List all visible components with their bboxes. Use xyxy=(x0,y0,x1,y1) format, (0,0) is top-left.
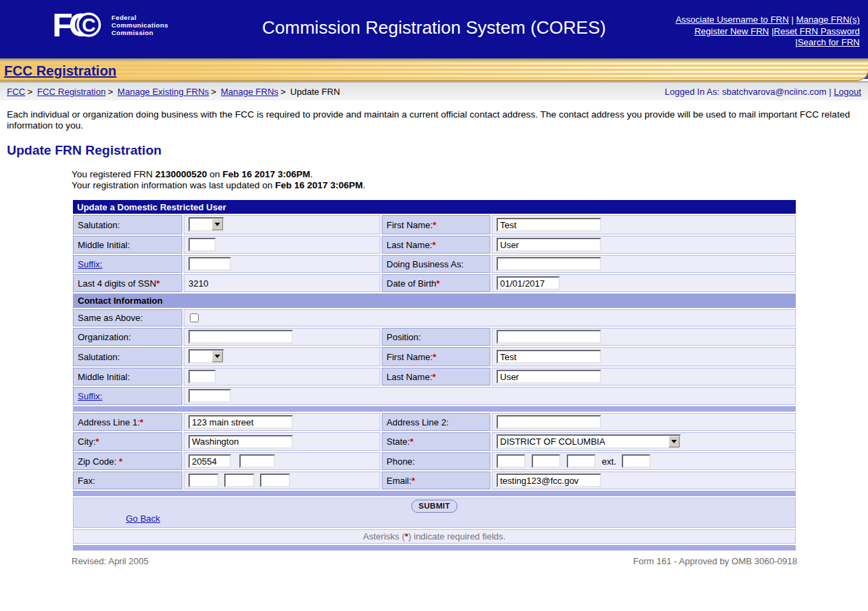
zip-plus4-input[interactable] xyxy=(239,454,275,468)
ssn-value: 3210 xyxy=(184,274,380,292)
breadcrumb-separator: > xyxy=(281,87,286,97)
registration-info-line-1: You registered FRN 2130000520 on Feb 16 … xyxy=(72,169,868,180)
last-name-input[interactable] xyxy=(497,238,601,252)
zip-code-input[interactable] xyxy=(188,454,231,468)
go-back-link[interactable]: Go Back xyxy=(126,513,160,524)
fcc-logo-block: F C C Federal Communications Commission xyxy=(54,9,169,41)
contact-salutation-select[interactable] xyxy=(188,349,224,364)
table-row: Middle Initial: Last Name:* xyxy=(73,236,796,254)
first-name-input[interactable] xyxy=(497,218,601,232)
position-input[interactable] xyxy=(497,330,601,344)
breadcrumb-link-manage-frns[interactable]: Manage FRNs xyxy=(221,87,279,97)
manage-frns-link[interactable]: Manage FRN(s) xyxy=(796,14,860,25)
registered-date: Feb 16 2017 3:06PM xyxy=(222,169,310,179)
contact-salutation-select-value xyxy=(190,351,212,362)
contact-first-name-input[interactable] xyxy=(497,350,601,364)
table-row: Zip Code: * Phone: ext. xyxy=(73,452,796,470)
suffix-link[interactable]: Suffix: xyxy=(78,259,102,269)
middle-initial-label: Middle Initial: xyxy=(73,236,182,254)
position-label: Position: xyxy=(382,328,490,346)
logged-in-status: Logged In As: sbatchvarova@nciinc.com | … xyxy=(665,87,861,97)
doing-business-as-label: Doing Business As: xyxy=(382,255,490,273)
required-fields-note: Asterisks (*) indicate required fields. xyxy=(73,529,796,544)
associate-username-link[interactable]: Associate Username to FRN xyxy=(675,14,789,25)
agency-line-3: Commission xyxy=(111,29,169,36)
table-row: Salutation: First Name:* xyxy=(73,215,796,234)
fax-area-input[interactable] xyxy=(188,474,219,487)
reset-frn-password-link[interactable]: Reset FRN Password xyxy=(774,26,860,36)
breadcrumb-link-fcc[interactable]: FCC xyxy=(7,87,25,97)
period: . xyxy=(310,169,313,179)
updated-prefix: Your registration information was last u… xyxy=(72,180,275,190)
salutation-select-value xyxy=(190,219,212,230)
search-for-frn-link[interactable]: Search for FRN xyxy=(798,37,860,47)
form-section-header-domestic: Update a Domestic Restricted User xyxy=(73,200,796,214)
chevron-down-icon xyxy=(212,351,223,362)
footer-revised-text: Revised: April 2005 xyxy=(72,556,149,566)
organization-input[interactable] xyxy=(188,330,293,344)
update-frn-form: Update a Domestic Restricted User Saluta… xyxy=(72,199,797,552)
phone-line-input[interactable] xyxy=(567,454,596,468)
suffix-input[interactable] xyxy=(188,257,231,271)
state-select[interactable]: DISTRICT OF COLUMBIA xyxy=(497,434,681,449)
phone-area-input[interactable] xyxy=(497,454,525,468)
required-asterisk: * xyxy=(436,278,440,289)
chevron-down-icon xyxy=(669,436,680,447)
breadcrumb-link-manage-existing-frns[interactable]: Manage Existing FRNs xyxy=(118,87,209,97)
city-input[interactable] xyxy=(188,435,293,449)
city-label: City:* xyxy=(73,432,182,451)
required-asterisk: * xyxy=(119,456,122,467)
register-new-frn-link[interactable]: Register New FRN xyxy=(695,26,769,36)
breadcrumb-separator: > xyxy=(108,87,113,97)
header-nav-line-1: Associate Username to FRN | Manage FRN(s… xyxy=(675,14,860,26)
phone-ext-input[interactable] xyxy=(622,454,651,468)
logout-link[interactable]: Logout xyxy=(834,87,861,97)
updated-date: Feb 16 2017 3:06PM xyxy=(275,180,363,190)
address-line-1-input[interactable] xyxy=(188,415,293,429)
contact-middle-initial-label: Middle Initial: xyxy=(73,368,182,386)
table-row: City:* State:* DISTRICT OF COLUMBIA xyxy=(73,432,796,451)
email-input[interactable] xyxy=(497,474,601,487)
breadcrumb-separator: > xyxy=(28,87,33,97)
svg-text:C: C xyxy=(82,14,96,36)
required-asterisk: * xyxy=(411,476,415,486)
same-as-above-checkbox[interactable] xyxy=(190,313,199,322)
page-title: Update FRN Registration xyxy=(7,143,868,158)
required-asterisk: * xyxy=(433,352,436,362)
ext-label: ext. xyxy=(602,456,616,467)
breadcrumb-current: Update FRN xyxy=(290,87,340,97)
fax-line-input[interactable] xyxy=(260,474,290,487)
required-asterisk: * xyxy=(410,436,413,447)
doing-business-as-input[interactable] xyxy=(497,257,601,271)
required-asterisk: * xyxy=(432,372,435,382)
date-of-birth-input[interactable] xyxy=(497,276,560,290)
required-asterisk: * xyxy=(156,278,160,289)
table-row: Salutation: First Name:* xyxy=(73,347,796,366)
first-name-label: First Name:* xyxy=(382,215,490,234)
table-row: Middle Initial: Last Name:* xyxy=(73,368,796,386)
header-nav-links: Associate Username to FRN | Manage FRN(s… xyxy=(675,14,860,49)
gold-banner-wrap: FCC Registration xyxy=(0,58,868,81)
contact-suffix-input[interactable] xyxy=(188,389,231,403)
last-name-label: Last Name:* xyxy=(382,236,490,254)
email-label: Email:* xyxy=(382,471,490,489)
phone-prefix-input[interactable] xyxy=(532,454,561,468)
top-banner: F C C Federal Communications Commission … xyxy=(0,0,868,58)
address-line-2-label: Address Line 2: xyxy=(382,413,490,431)
separator-band xyxy=(73,491,796,496)
section-banner-title: FCC Registration xyxy=(4,63,116,79)
breadcrumb-link-fcc-registration[interactable]: FCC Registration xyxy=(37,87,106,97)
contact-last-name-input[interactable] xyxy=(497,370,601,384)
logged-in-text: Logged In As: sbatchvarova@nciinc.com xyxy=(665,87,827,97)
required-asterisk: * xyxy=(433,220,436,230)
fax-prefix-input[interactable] xyxy=(224,474,254,487)
address-line-2-input[interactable] xyxy=(497,415,601,429)
contact-suffix-link[interactable]: Suffix: xyxy=(78,391,102,401)
submit-button[interactable]: SUBMIT xyxy=(411,500,458,513)
agency-name: Federal Communications Commission xyxy=(111,14,169,36)
page-footer: Revised: April 2005 Form 161 - Approved … xyxy=(72,556,797,594)
chevron-down-icon xyxy=(212,219,223,230)
middle-initial-input[interactable] xyxy=(188,238,216,252)
salutation-select[interactable] xyxy=(188,217,224,232)
contact-middle-initial-input[interactable] xyxy=(188,370,216,384)
